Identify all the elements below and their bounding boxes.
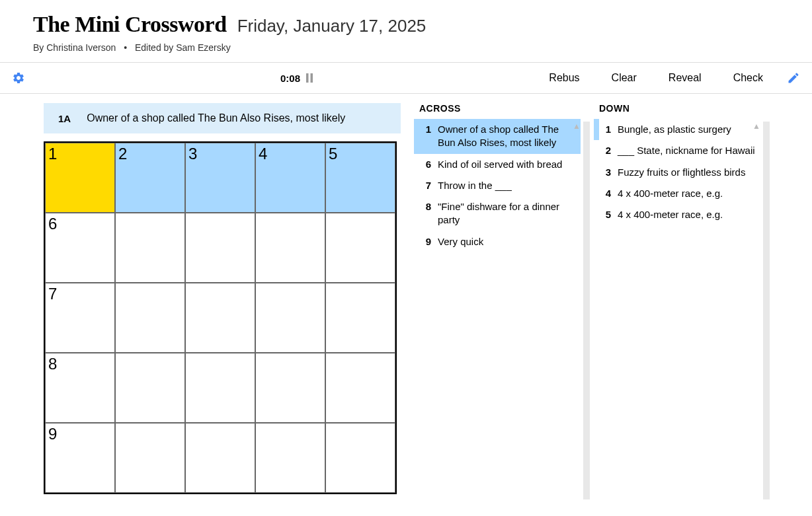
gear-icon[interactable] (12, 71, 25, 85)
cell-number: 8 (48, 355, 57, 373)
clue-item[interactable]: 1Owner of a shop called The Bun Also Ris… (414, 119, 581, 154)
header: The Mini Crossword Friday, January 17, 2… (0, 0, 812, 62)
clue-item[interactable]: 8"Fine" dishware for a dinner party (414, 196, 581, 231)
clue-item[interactable]: 1Bungle, as plastic surgery (594, 119, 760, 140)
clue-text: Very quick (438, 235, 575, 248)
grid-cell[interactable]: 8 (45, 353, 115, 423)
grid-cell[interactable] (185, 213, 255, 283)
clue-number: 7 (419, 179, 438, 192)
cell-number: 3 (188, 145, 197, 163)
down-clues: DOWN ▲ 1Bungle, as plastic surgery2___ S… (594, 103, 760, 499)
clue-item[interactable]: 3Fuzzy fruits or flightless birds (594, 162, 760, 183)
cell-number: 7 (48, 285, 57, 303)
clue-number: 1 (419, 123, 438, 150)
scrollbar[interactable] (763, 122, 770, 499)
grid-cell[interactable] (185, 353, 255, 423)
grid-cell[interactable] (115, 423, 185, 493)
across-clues: ACROSS ▲ 1Owner of a shop called The Bun… (414, 103, 581, 499)
clue-number: 3 (599, 166, 618, 179)
clue-text: Kind of oil served with bread (438, 158, 575, 171)
clue-number: 8 (419, 200, 438, 227)
across-heading: ACROSS (414, 103, 581, 114)
grid-cell[interactable] (115, 353, 185, 423)
clue-number: 2 (599, 144, 618, 157)
page-title: The Mini Crossword (33, 12, 227, 37)
pause-icon[interactable] (305, 73, 313, 83)
grid-cell[interactable]: 5 (325, 143, 395, 213)
current-clue-label: 1A (58, 113, 71, 124)
cell-number: 6 (48, 215, 57, 233)
clue-number: 4 (599, 187, 618, 200)
clue-text: Bungle, as plastic surgery (618, 123, 755, 136)
grid-cell[interactable]: 1 (45, 143, 115, 213)
grid-cell[interactable] (115, 213, 185, 283)
check-button[interactable]: Check (728, 69, 768, 87)
grid-cell[interactable]: 4 (255, 143, 325, 213)
clue-item[interactable]: 7Throw in the ___ (414, 175, 581, 196)
grid-cell[interactable] (255, 213, 325, 283)
grid-cell[interactable]: 3 (185, 143, 255, 213)
clue-item[interactable]: 6Kind of oil served with bread (414, 154, 581, 175)
grid-cell[interactable] (325, 353, 395, 423)
grid-cell[interactable]: 9 (45, 423, 115, 493)
cell-number: 5 (329, 145, 337, 163)
scroll-up-icon[interactable]: ▲ (573, 122, 581, 131)
clue-item[interactable]: 9Very quick (414, 231, 581, 252)
clue-text: 4 x 400-meter race, e.g. (618, 208, 755, 221)
grid-cell[interactable] (325, 213, 395, 283)
grid-cell[interactable] (255, 283, 325, 353)
clue-text: Throw in the ___ (438, 179, 575, 192)
byline: By Christina Iverson • Edited by Sam Eze… (33, 42, 779, 53)
svg-rect-0 (306, 73, 309, 83)
clue-text: 4 x 400-meter race, e.g. (618, 187, 755, 200)
timer: 0:08 (280, 73, 313, 84)
cell-number: 1 (48, 145, 57, 163)
clear-button[interactable]: Clear (606, 69, 642, 87)
main: 1A Owner of a shop called The Bun Also R… (0, 94, 812, 499)
svg-rect-1 (311, 73, 313, 83)
clue-number: 5 (599, 208, 618, 221)
clue-item[interactable]: 2___ State, nickname for Hawaii (594, 140, 760, 161)
cell-number: 4 (259, 145, 267, 163)
down-heading: DOWN (594, 103, 760, 114)
clue-number: 6 (419, 158, 438, 171)
grid-cell[interactable] (325, 283, 395, 353)
clue-number: 1 (599, 123, 618, 136)
crossword-grid: 123456789 (44, 141, 397, 494)
clue-text: Fuzzy fruits or flightless birds (618, 166, 755, 179)
grid-cell[interactable] (185, 283, 255, 353)
clue-item[interactable]: 54 x 400-meter race, e.g. (594, 204, 760, 225)
grid-cell[interactable] (185, 423, 255, 493)
scrollbar[interactable] (583, 122, 590, 499)
grid-cell[interactable]: 2 (115, 143, 185, 213)
current-clue-banner[interactable]: 1A Owner of a shop called The Bun Also R… (44, 103, 401, 133)
scroll-up-icon[interactable]: ▲ (752, 122, 760, 131)
clue-text: "Fine" dishware for a dinner party (438, 200, 575, 227)
grid-cell[interactable] (255, 353, 325, 423)
grid-cell[interactable] (115, 283, 185, 353)
clue-text: ___ State, nickname for Hawaii (618, 144, 755, 157)
cell-number: 9 (48, 425, 57, 443)
reveal-button[interactable]: Reveal (663, 69, 707, 87)
grid-cell[interactable]: 7 (45, 283, 115, 353)
clue-text: Owner of a shop called The Bun Also Rise… (438, 123, 575, 150)
clue-item[interactable]: 44 x 400-meter race, e.g. (594, 183, 760, 204)
rebus-button[interactable]: Rebus (544, 69, 585, 87)
clue-number: 9 (419, 235, 438, 248)
pencil-icon[interactable] (787, 71, 800, 85)
grid-cell[interactable]: 6 (45, 213, 115, 283)
grid-cell[interactable] (325, 423, 395, 493)
current-clue-text: Owner of a shop called The Bun Also Rise… (87, 112, 345, 124)
toolbar: 0:08 Rebus Clear Reveal Check (0, 62, 812, 94)
cell-number: 2 (118, 145, 127, 163)
puzzle-date: Friday, January 17, 2025 (237, 16, 426, 36)
timer-value: 0:08 (280, 73, 300, 84)
grid-cell[interactable] (255, 423, 325, 493)
